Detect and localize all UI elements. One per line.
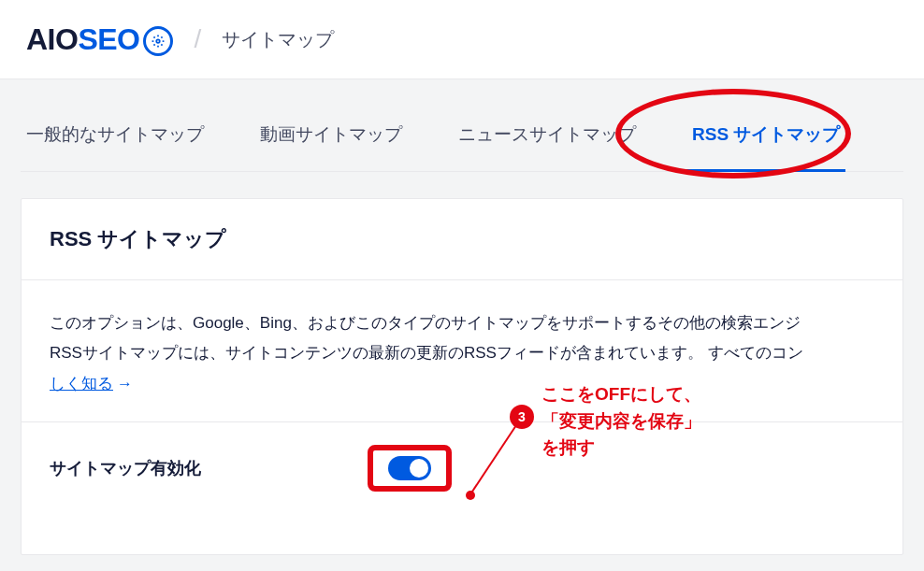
tab-list: 一般的なサイトマップ 動画サイトマップ ニュースサイトマップ RSS サイトマッ…	[21, 106, 903, 172]
arrow-icon: →	[117, 375, 133, 393]
tab-video-sitemap[interactable]: 動画サイトマップ	[254, 106, 408, 171]
annotation-toggle-highlight	[368, 445, 452, 492]
desc-text-2: RSSサイトマップには、サイトコンテンツの最新の更新のRSSフィードが含まれてい…	[50, 344, 803, 362]
gear-icon	[143, 26, 173, 56]
enable-sitemap-toggle[interactable]	[388, 456, 431, 480]
logo-text-seo: SEO	[78, 22, 139, 57]
breadcrumb: サイトマップ	[222, 27, 334, 52]
enable-sitemap-row: サイトマップ有効化	[22, 421, 902, 514]
tab-general-sitemap[interactable]: 一般的なサイトマップ	[21, 106, 209, 171]
annotation-number-badge: 3	[510, 405, 534, 429]
settings-card: RSS サイトマップ このオプションは、Google、Bing、およびこのタイプ…	[21, 198, 903, 555]
annotation-leader-dot	[466, 491, 475, 500]
toggle-knob	[410, 459, 428, 478]
tabs-container: 一般的なサイトマップ 動画サイトマップ ニュースサイトマップ RSS サイトマッ…	[0, 79, 924, 172]
tab-news-sitemap[interactable]: ニュースサイトマップ	[453, 106, 642, 171]
top-bar: AIOSEO / サイトマップ	[0, 0, 924, 79]
card-description: このオプションは、Google、Bing、およびこのタイプのサイトマップをサポー…	[22, 280, 902, 421]
annotation-line-3: を押す	[541, 437, 595, 457]
learn-more-link[interactable]: しく知る	[50, 375, 113, 393]
annotation-line-2: 「変更内容を保存」	[541, 411, 701, 431]
card-title: RSS サイトマップ	[22, 199, 902, 280]
tab-rss-sitemap[interactable]: RSS サイトマップ	[686, 106, 845, 172]
annotation-line-1: ここをOFFにして、	[541, 384, 701, 404]
logo: AIOSEO	[26, 22, 173, 57]
enable-sitemap-label: サイトマップ有効化	[50, 457, 368, 479]
breadcrumb-divider: /	[194, 24, 201, 54]
logo-text-aio: AIO	[26, 22, 78, 57]
desc-text-1: このオプションは、Google、Bing、およびこのタイプのサイトマップをサポー…	[50, 314, 801, 332]
svg-point-0	[157, 39, 161, 43]
annotation-text: ここをOFFにして、 「変更内容を保存」 を押す	[541, 381, 701, 462]
